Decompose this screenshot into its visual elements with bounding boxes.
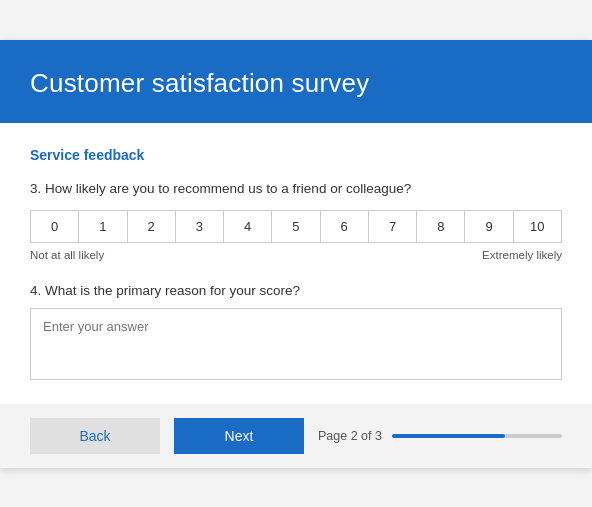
nps-cell-1[interactable]: 1 (79, 211, 127, 242)
survey-body: Service feedback 3. How likely are you t… (0, 123, 592, 404)
nps-cell-4[interactable]: 4 (224, 211, 272, 242)
nps-cell-10[interactable]: 10 (514, 211, 561, 242)
progress-bar-fill (392, 434, 505, 438)
nps-cell-2[interactable]: 2 (128, 211, 176, 242)
nps-cell-3[interactable]: 3 (176, 211, 224, 242)
answer-textarea[interactable] (30, 308, 562, 380)
page-label: Page 2 of 3 (318, 429, 382, 443)
nps-scale: 0 1 2 3 4 5 6 7 8 9 10 (30, 210, 562, 243)
survey-header: Customer satisfaction survey (0, 40, 592, 123)
survey-container: Customer satisfaction survey Service fee… (0, 40, 592, 468)
progress-bar-track (392, 434, 562, 438)
nps-cell-5[interactable]: 5 (272, 211, 320, 242)
nps-cell-8[interactable]: 8 (417, 211, 465, 242)
next-button[interactable]: Next (174, 418, 304, 454)
question-4-label: 4. What is the primary reason for your s… (30, 283, 562, 298)
question-3-label: 3. How likely are you to recommend us to… (30, 181, 562, 196)
nps-label-high: Extremely likely (482, 249, 562, 261)
nps-cell-9[interactable]: 9 (465, 211, 513, 242)
back-button[interactable]: Back (30, 418, 160, 454)
nps-cell-0[interactable]: 0 (31, 211, 79, 242)
nps-labels: Not at all likely Extremely likely (30, 249, 562, 261)
survey-title: Customer satisfaction survey (30, 68, 562, 99)
survey-footer: Back Next Page 2 of 3 (0, 404, 592, 468)
nps-cell-7[interactable]: 7 (369, 211, 417, 242)
section-title: Service feedback (30, 147, 562, 163)
pagination: Page 2 of 3 (318, 429, 562, 443)
nps-cell-6[interactable]: 6 (321, 211, 369, 242)
nps-label-low: Not at all likely (30, 249, 104, 261)
